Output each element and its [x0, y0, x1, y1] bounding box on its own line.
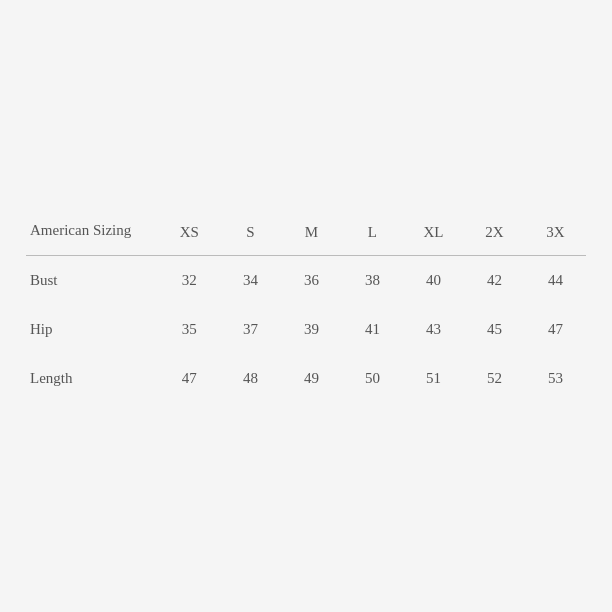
sizing-label-header: American Sizing — [26, 210, 159, 256]
length-l: 50 — [342, 354, 403, 403]
bust-xl: 40 — [403, 255, 464, 305]
table-row: Bust 32 34 36 38 40 42 44 — [26, 255, 586, 305]
size-chart-container: American Sizing XS S M L XL 2X 3X Bust 3… — [16, 190, 596, 423]
col-header-xl: XL — [403, 210, 464, 256]
hip-xl: 43 — [403, 305, 464, 354]
col-header-3x: 3X — [525, 210, 586, 256]
row-label-hip: Hip — [26, 305, 159, 354]
col-header-s: S — [220, 210, 281, 256]
length-s: 48 — [220, 354, 281, 403]
bust-m: 36 — [281, 255, 342, 305]
hip-xs: 35 — [159, 305, 220, 354]
col-header-m: M — [281, 210, 342, 256]
bust-xs: 32 — [159, 255, 220, 305]
size-chart-table: American Sizing XS S M L XL 2X 3X Bust 3… — [26, 210, 586, 403]
length-2x: 52 — [464, 354, 525, 403]
hip-l: 41 — [342, 305, 403, 354]
length-xl: 51 — [403, 354, 464, 403]
bust-3x: 44 — [525, 255, 586, 305]
row-label-length: Length — [26, 354, 159, 403]
col-header-2x: 2X — [464, 210, 525, 256]
length-3x: 53 — [525, 354, 586, 403]
length-xs: 47 — [159, 354, 220, 403]
table-header-row: American Sizing XS S M L XL 2X 3X — [26, 210, 586, 256]
hip-3x: 47 — [525, 305, 586, 354]
hip-m: 39 — [281, 305, 342, 354]
col-header-l: L — [342, 210, 403, 256]
row-label-bust: Bust — [26, 255, 159, 305]
table-row: Hip 35 37 39 41 43 45 47 — [26, 305, 586, 354]
bust-2x: 42 — [464, 255, 525, 305]
hip-2x: 45 — [464, 305, 525, 354]
table-row: Length 47 48 49 50 51 52 53 — [26, 354, 586, 403]
length-m: 49 — [281, 354, 342, 403]
hip-s: 37 — [220, 305, 281, 354]
col-header-xs: XS — [159, 210, 220, 256]
bust-s: 34 — [220, 255, 281, 305]
bust-l: 38 — [342, 255, 403, 305]
